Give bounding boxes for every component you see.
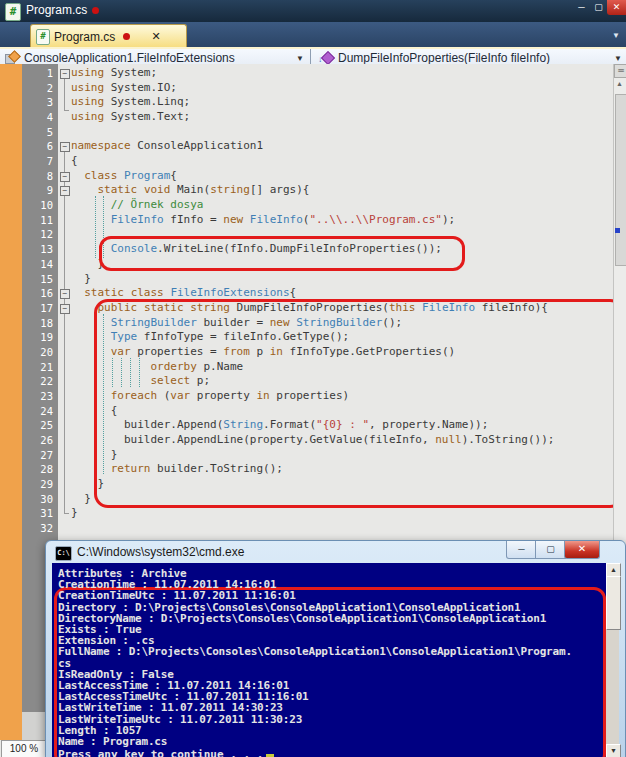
line-number: 27 (40, 448, 53, 463)
fold-line (64, 151, 65, 513)
line-number: 1 (47, 66, 53, 81)
console-line: LastWriteTime : 11.07.2011 14:30:23 (58, 702, 283, 713)
code-line: orderby p.Name (71, 360, 243, 375)
fold-line (64, 513, 69, 514)
code-line: Console.WriteLine(fInfo.DumpFileInfoProp… (71, 242, 442, 257)
chevron-down-icon[interactable]: ▼ (614, 54, 622, 63)
member-combobox[interactable]: DumpFileInfoProperties(FileInfo fileInfo… (338, 51, 550, 65)
cmd-window-title: C:\Windows\system32\cmd.exe (77, 545, 244, 559)
code-line: } (71, 257, 104, 272)
line-number: 26 (40, 433, 53, 448)
line-number-gutter (22, 540, 45, 712)
code-line: static void Main(string[] args){ (71, 183, 309, 198)
code-line: class Program{ (71, 169, 177, 184)
line-number: 15 (40, 272, 53, 287)
code-line: { (71, 154, 78, 169)
code-line: Type fInfoType = fileInfo.GetType(); (71, 330, 349, 345)
line-number: 2 (47, 81, 53, 96)
scroll-down-icon[interactable]: ▼ (606, 744, 621, 757)
line-number: 24 (40, 404, 53, 419)
code-line: using System.Text; (71, 110, 190, 125)
fold-line (64, 110, 69, 111)
code-line: { (71, 404, 117, 419)
tab-close-icon[interactable]: ✕ (149, 29, 163, 43)
screen: # Program.cs ─ ▢ ✕ # Program.cs ✕ ▼ Cons… (0, 0, 626, 757)
line-number: 8 (47, 169, 53, 184)
line-number: 10 (40, 198, 53, 213)
line-number: 9 (47, 183, 53, 198)
code-line: select p; (71, 374, 210, 389)
splitter-handle-icon[interactable]: ═ (614, 64, 626, 78)
fold-minus-box[interactable]: − (60, 186, 70, 196)
tab-overflow-arrow-icon[interactable]: ▼ (612, 31, 620, 40)
line-number: 19 (40, 330, 53, 345)
modified-dot (92, 7, 99, 14)
line-number: 21 (40, 360, 53, 375)
class-icon (5, 52, 17, 63)
line-number: 23 (40, 389, 53, 404)
console-line: CreationTimeUtc : 11.07.2011 11:16:01 (58, 590, 296, 601)
line-number: 16 (40, 286, 53, 301)
orange-side-strip (0, 64, 22, 740)
code-line: } (71, 272, 91, 287)
line-number: 17 (40, 301, 53, 316)
fold-minus-box[interactable]: − (60, 172, 70, 182)
line-number: 7 (47, 154, 53, 169)
minimize-button[interactable]: ─ (506, 541, 537, 559)
scrollbar-thumb[interactable] (606, 576, 621, 630)
fold-minus-box[interactable]: − (60, 304, 70, 314)
fold-minus-box[interactable]: − (60, 142, 70, 152)
console-scrollbar[interactable]: ▲ ▼ (606, 563, 619, 757)
line-number: 30 (40, 492, 53, 507)
scroll-up-icon[interactable]: ▲ (616, 80, 623, 87)
line-number: 32 (40, 521, 53, 536)
maximize-button[interactable]: ▢ (590, 0, 607, 15)
vs-titlebar[interactable]: # Program.cs ─ ▢ ✕ (0, 0, 626, 22)
minimize-button[interactable]: ─ (573, 0, 590, 15)
cmd-window[interactable]: C:\ C:\Windows\system32\cmd.exe ─ ▢ ✕ Pr… (45, 540, 626, 757)
line-number: 25 (40, 418, 53, 433)
cmd-icon: C:\ (55, 546, 72, 561)
code-line: using System.Linq; (71, 95, 190, 110)
line-number: 11 (40, 213, 53, 228)
line-number: 13 (40, 242, 53, 257)
line-number: 4 (47, 110, 53, 125)
csharp-file-icon: # (5, 3, 21, 21)
code-line: namespace ConsoleApplication1 (71, 139, 263, 154)
line-number: 22 (40, 374, 53, 389)
cmd-titlebar[interactable]: C:\ C:\Windows\system32\cmd.exe ─ ▢ ✕ (46, 541, 625, 563)
code-line: public static string DumpFileInfoPropert… (71, 301, 548, 316)
line-number: 31 (40, 506, 53, 521)
line-number: 3 (47, 95, 53, 110)
editor-zoom-control[interactable]: 100 % (1, 740, 47, 757)
tab-strip: # Program.cs ✕ ▼ (0, 22, 626, 47)
fold-minus-box[interactable]: − (60, 69, 70, 79)
window-title: Program.cs (26, 3, 99, 17)
close-button[interactable]: ✕ (607, 0, 626, 15)
method-icon: ↓ (320, 52, 332, 63)
code-line: StringBuilder builder = new StringBuilde… (71, 316, 402, 331)
close-button[interactable]: ✕ (564, 541, 600, 559)
code-line: foreach (var property in properties) (71, 389, 349, 404)
scroll-up-icon[interactable]: ▲ (606, 563, 621, 577)
console-output-area[interactable]: Press any key to continue . . . ▲ ▼ Attr… (52, 563, 619, 757)
code-line: } (71, 448, 117, 463)
code-line: FileInfo fInfo = new FileInfo("..\\..\\P… (71, 213, 455, 228)
maximize-button[interactable]: ▢ (535, 541, 566, 559)
chevron-down-icon[interactable]: ▼ (296, 54, 304, 63)
scrollbar-corner (22, 712, 45, 740)
code-line: builder.AppendLine(property.GetValue(fil… (71, 433, 554, 448)
fold-minus-box[interactable]: − (60, 289, 70, 299)
type-combobox[interactable]: ConsoleApplication1.FileInfoExtensions (24, 51, 235, 65)
scrollbar-marker (615, 228, 620, 233)
code-line: static class FileInfoExtensions{ (71, 286, 296, 301)
tab-program-cs[interactable]: # Program.cs ✕ (30, 24, 187, 48)
line-number: 6 (47, 139, 53, 154)
code-line: using System.IO; (71, 81, 177, 96)
tab-label: Program.cs (54, 30, 115, 44)
fold-line (64, 78, 65, 110)
code-line: // Örnek dosya (71, 198, 203, 213)
scrollbar-thumb[interactable] (615, 94, 626, 266)
code-line: var properties = from p in fInfoType.Get… (71, 345, 455, 360)
line-number: 20 (40, 345, 53, 360)
